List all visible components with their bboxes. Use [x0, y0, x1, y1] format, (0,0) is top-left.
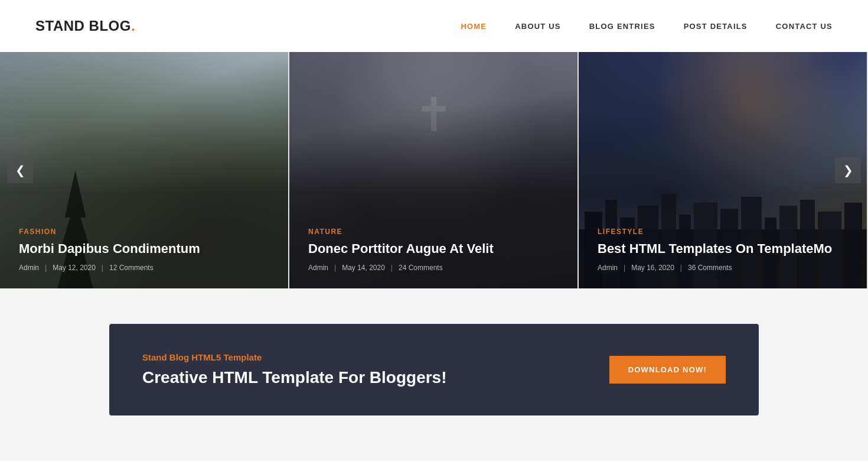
sep3-icon: |	[334, 264, 336, 272]
slide-2-meta: Admin | May 14, 2020 | 24 Comments	[308, 264, 568, 272]
slide-1-comments: 12 Comments	[109, 264, 154, 272]
logo-text: STAND BLOG	[35, 18, 131, 34]
cta-title: Creative HTML Template For Bloggers!	[142, 368, 447, 387]
slide-3: LIFESTYLE Best HTML Templates On Templat…	[579, 52, 868, 288]
slide-1-content: FASHION Morbi Dapibus Condimentum Admin …	[19, 228, 279, 272]
slide-3-author: Admin	[598, 264, 618, 272]
slide-2-title: Donec Porttitor Augue At Velit	[308, 241, 568, 257]
slide-1-title: Morbi Dapibus Condimentum	[19, 241, 279, 257]
cta-section: Stand Blog HTML5 Template Creative HTML …	[109, 324, 759, 415]
cta-text: Stand Blog HTML5 Template Creative HTML …	[142, 352, 447, 387]
logo-dot: .	[131, 18, 135, 34]
slide-1: FASHION Morbi Dapibus Condimentum Admin …	[0, 52, 289, 288]
slide-3-date: May 16, 2020	[631, 264, 674, 272]
slide-3-content: LIFESTYLE Best HTML Templates On Templat…	[598, 228, 857, 272]
slide-1-category: FASHION	[19, 228, 279, 236]
main-nav: HOME ABOUT US BLOG ENTRIES POST DETAILS …	[461, 22, 833, 31]
nav-post-details[interactable]: POST DETAILS	[684, 22, 748, 31]
slider-section: ❮ FASHION Morbi Dapibus Condimentum Admi…	[0, 52, 868, 288]
slider-prev-button[interactable]: ❮	[7, 157, 33, 183]
cta-subtitle: Stand Blog HTML5 Template	[142, 352, 447, 362]
slide-2-comments: 24 Comments	[399, 264, 443, 272]
slide-3-comments: 36 Comments	[688, 264, 732, 272]
sep-icon: |	[45, 264, 47, 272]
slide-2-category: NATURE	[308, 228, 568, 236]
slider-next-button[interactable]: ❯	[835, 157, 861, 183]
sep4-icon: |	[391, 264, 393, 272]
sep6-icon: |	[680, 264, 682, 272]
slide-2: NATURE Donec Porttitor Augue At Velit Ad…	[289, 52, 579, 288]
slide-2-date: May 14, 2020	[342, 264, 385, 272]
logo[interactable]: STAND BLOG.	[35, 18, 135, 34]
chevron-right-icon: ❯	[843, 163, 853, 177]
slide-3-category: LIFESTYLE	[598, 228, 857, 236]
sep5-icon: |	[624, 264, 625, 272]
chevron-left-icon: ❮	[15, 163, 25, 177]
slide-1-date: May 12, 2020	[53, 264, 96, 272]
slide-3-meta: Admin | May 16, 2020 | 36 Comments	[598, 264, 857, 272]
slide-1-author: Admin	[19, 264, 39, 272]
header: STAND BLOG. HOME ABOUT US BLOG ENTRIES P…	[0, 0, 868, 52]
nav-home[interactable]: HOME	[461, 22, 487, 31]
slide-2-content: NATURE Donec Porttitor Augue At Velit Ad…	[308, 228, 568, 272]
slide-2-author: Admin	[308, 264, 328, 272]
sep2-icon: |	[102, 264, 103, 272]
slide-3-title: Best HTML Templates On TemplateMo	[598, 241, 857, 257]
nav-contact[interactable]: CONTACT US	[776, 22, 833, 31]
nav-about[interactable]: ABOUT US	[515, 22, 561, 31]
slide-1-meta: Admin | May 12, 2020 | 12 Comments	[19, 264, 279, 272]
nav-blog-entries[interactable]: BLOG ENTRIES	[589, 22, 655, 31]
cta-download-button[interactable]: DOWNLOAD NOW!	[609, 356, 726, 384]
